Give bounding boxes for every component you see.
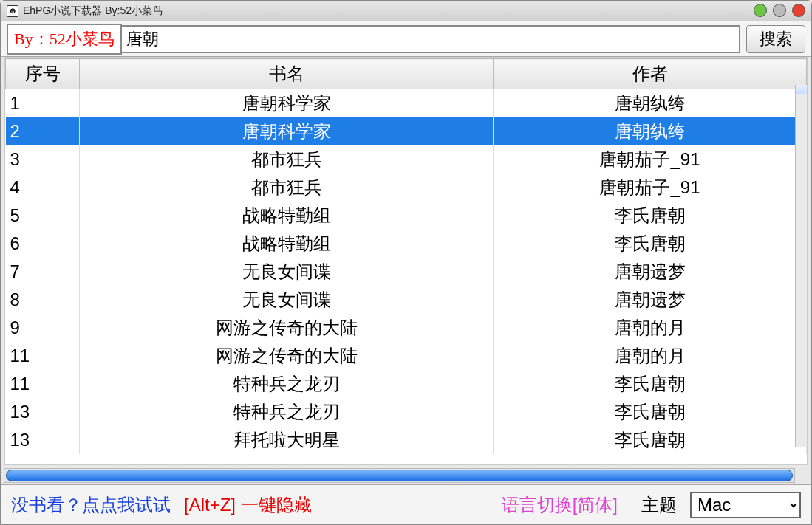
random-book-link[interactable]: 没书看？点点我试试 (11, 493, 171, 517)
table-row[interactable]: 13特种兵之龙刃李氏唐朝 (6, 398, 807, 426)
table-row[interactable]: 13拜托啦大明星李氏唐朝 (6, 426, 807, 454)
cell-title: 拜托啦大明星 (80, 426, 494, 454)
results-table: 序号 书名 作者 1唐朝科学家唐朝纨绔2唐朝科学家唐朝纨绔3都市狂兵唐朝茄子_9… (4, 57, 808, 465)
table-row[interactable]: 4都市狂兵唐朝茄子_91 (6, 174, 807, 202)
vertical-scrollbar[interactable] (795, 85, 808, 447)
cell-author: 唐朝遗梦 (494, 286, 807, 314)
cell-seq: 3 (6, 145, 80, 174)
table-row[interactable]: 11网游之传奇的大陆唐朝的月 (6, 342, 807, 370)
search-button[interactable]: 搜索 (746, 25, 805, 53)
app-icon: ⊕ (7, 5, 18, 17)
cell-title: 特种兵之龙刃 (80, 370, 494, 398)
cell-author: 李氏唐朝 (494, 398, 807, 426)
cell-seq: 13 (6, 398, 80, 426)
cell-seq: 5 (6, 202, 80, 230)
table-row[interactable]: 5战略特勤组李氏唐朝 (6, 202, 807, 230)
cell-title: 特种兵之龙刃 (80, 398, 494, 426)
window-title: EhPG小说下载器 By:52小菜鸟 (23, 4, 163, 18)
cell-author: 唐朝纨绔 (494, 89, 807, 118)
author-badge: By：52小菜鸟 (7, 24, 122, 55)
cell-title: 唐朝科学家 (80, 89, 494, 118)
cell-author: 唐朝遗梦 (494, 258, 807, 286)
col-header-seq[interactable]: 序号 (6, 59, 80, 89)
cell-author: 唐朝的月 (494, 342, 807, 370)
cell-title: 网游之传奇的大陆 (80, 314, 494, 342)
table-row[interactable]: 3都市狂兵唐朝茄子_91 (6, 145, 807, 174)
cell-author: 李氏唐朝 (494, 202, 807, 230)
cell-seq: 9 (6, 314, 80, 342)
cell-author: 李氏唐朝 (494, 230, 807, 258)
hide-shortcut-label: [Alt+Z] 一键隐藏 (184, 493, 312, 517)
search-toolbar: By：52小菜鸟 搜索 (1, 21, 811, 57)
cell-seq: 11 (6, 342, 80, 370)
cell-title: 网游之传奇的大陆 (80, 342, 494, 370)
search-input[interactable] (122, 25, 740, 53)
language-toggle[interactable]: 语言切换[简体] (502, 493, 618, 517)
cell-seq: 1 (6, 89, 80, 118)
cell-title: 唐朝科学家 (80, 117, 494, 145)
cell-title: 无良女间谍 (80, 286, 494, 314)
horizontal-scrollbar[interactable] (4, 468, 795, 483)
table-row[interactable]: 9网游之传奇的大陆唐朝的月 (6, 314, 807, 342)
cell-author: 李氏唐朝 (494, 426, 807, 454)
minimize-button[interactable] (754, 4, 767, 17)
cell-author: 唐朝茄子_91 (494, 174, 807, 202)
cell-title: 都市狂兵 (80, 174, 494, 202)
cell-author: 唐朝茄子_91 (494, 145, 807, 174)
table-row[interactable]: 6战略特勤组李氏唐朝 (6, 230, 807, 258)
close-button[interactable] (792, 4, 805, 17)
cell-title: 战略特勤组 (80, 230, 494, 258)
cell-seq: 4 (6, 174, 80, 202)
statusbar: 没书看？点点我试试 [Alt+Z] 一键隐藏 语言切换[简体] 主题 Mac (1, 484, 811, 524)
cell-seq: 2 (6, 117, 80, 145)
cell-seq: 8 (6, 286, 80, 314)
theme-label: 主题 (641, 493, 677, 517)
cell-seq: 6 (6, 230, 80, 258)
cell-seq: 11 (6, 370, 80, 398)
cell-seq: 7 (6, 258, 80, 286)
table-row[interactable]: 1唐朝科学家唐朝纨绔 (6, 89, 807, 118)
col-header-title[interactable]: 书名 (80, 59, 494, 89)
titlebar: ⊕ EhPG小说下载器 By:52小菜鸟 (1, 1, 811, 21)
table-row[interactable]: 2唐朝科学家唐朝纨绔 (6, 117, 807, 145)
cell-author: 唐朝纨绔 (494, 117, 807, 145)
cell-title: 无良女间谍 (80, 258, 494, 286)
cell-author: 唐朝的月 (494, 314, 807, 342)
col-header-author[interactable]: 作者 (494, 59, 807, 89)
cell-author: 李氏唐朝 (494, 370, 807, 398)
maximize-button[interactable] (773, 4, 786, 17)
table-row[interactable]: 7无良女间谍唐朝遗梦 (6, 258, 807, 286)
table-row[interactable]: 11特种兵之龙刃李氏唐朝 (6, 370, 807, 398)
cell-title: 战略特勤组 (80, 202, 494, 230)
cell-title: 都市狂兵 (80, 145, 494, 174)
table-row[interactable]: 8无良女间谍唐朝遗梦 (6, 286, 807, 314)
theme-select[interactable]: Mac (690, 492, 801, 518)
cell-seq: 13 (6, 426, 80, 454)
